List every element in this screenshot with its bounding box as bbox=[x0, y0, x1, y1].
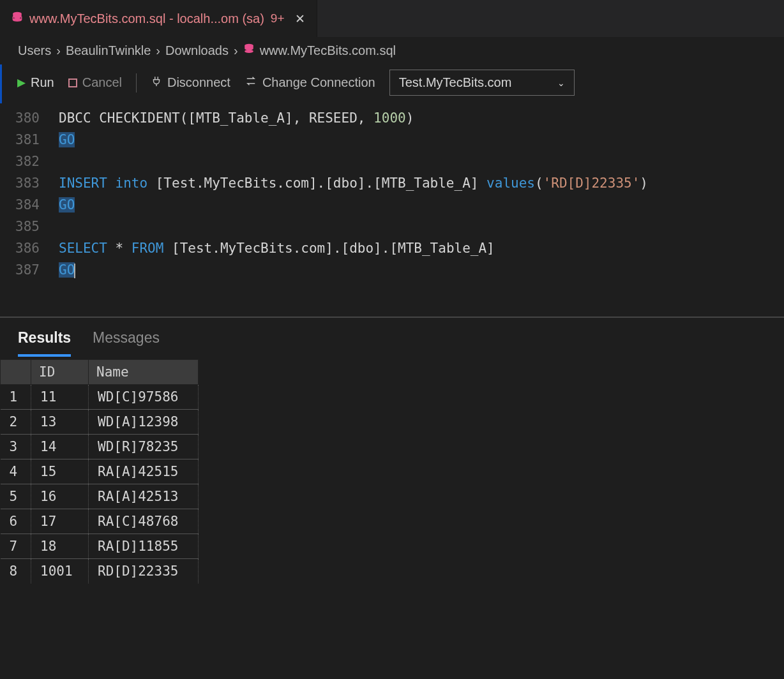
code-line[interactable]: GO bbox=[59, 129, 75, 151]
line-number: 383 bbox=[0, 172, 59, 194]
tab-title: www.MyTecBits.com.sql - localh...om (sa) bbox=[29, 11, 264, 26]
row-number[interactable]: 8 bbox=[1, 559, 31, 584]
line-number: 387 bbox=[0, 259, 59, 281]
breadcrumb: Users › BeaulinTwinkle › Downloads › www… bbox=[0, 37, 784, 64]
database-select[interactable]: Test.MyTecBits.com ⌄ bbox=[389, 70, 575, 96]
cell-id[interactable]: 18 bbox=[31, 534, 89, 559]
line-number: 382 bbox=[0, 151, 59, 172]
cell-name[interactable]: WD[A]12398 bbox=[89, 410, 199, 435]
cell-id[interactable]: 13 bbox=[31, 410, 89, 435]
cell-name[interactable]: RA[C]48768 bbox=[89, 509, 199, 534]
cell-name[interactable]: WD[R]78235 bbox=[89, 435, 199, 459]
cell-name[interactable]: RD[D]22335 bbox=[89, 559, 199, 584]
cell-name[interactable]: RA[A]42513 bbox=[89, 484, 199, 509]
chevron-right-icon: › bbox=[234, 43, 238, 58]
table-row[interactable]: 81001RD[D]22335 bbox=[1, 559, 199, 584]
cell-id[interactable]: 1001 bbox=[31, 559, 89, 584]
breadcrumb-item[interactable]: Downloads bbox=[165, 43, 229, 58]
table-row[interactable]: 111WD[C]97586 bbox=[1, 385, 199, 410]
database-select-value: Test.MyTecBits.com bbox=[399, 75, 512, 90]
cancel-button[interactable]: Cancel bbox=[68, 75, 122, 90]
plug-icon bbox=[151, 75, 162, 90]
cell-id[interactable]: 15 bbox=[31, 459, 89, 484]
table-row[interactable]: 314WD[R]78235 bbox=[1, 435, 199, 459]
breadcrumb-item[interactable]: BeaulinTwinkle bbox=[66, 43, 151, 58]
table-row[interactable]: 718RA[D]11855 bbox=[1, 534, 199, 559]
row-number[interactable]: 4 bbox=[1, 459, 31, 484]
run-button[interactable]: ▶ Run bbox=[17, 75, 54, 90]
swap-icon bbox=[245, 75, 257, 91]
change-connection-button[interactable]: Change Connection bbox=[245, 75, 375, 91]
editor-tab-bar: www.MyTecBits.com.sql - localh...om (sa)… bbox=[0, 0, 784, 37]
cell-id[interactable]: 17 bbox=[31, 509, 89, 534]
line-number: 380 bbox=[0, 107, 59, 129]
svg-point-3 bbox=[245, 50, 253, 53]
disconnect-button[interactable]: Disconnect bbox=[151, 75, 230, 90]
cell-id[interactable]: 16 bbox=[31, 484, 89, 509]
cell-name[interactable]: RA[D]11855 bbox=[89, 534, 199, 559]
play-icon: ▶ bbox=[17, 76, 26, 89]
table-row[interactable]: 516RA[A]42513 bbox=[1, 484, 199, 509]
stop-icon bbox=[68, 78, 77, 87]
line-number: 384 bbox=[0, 194, 59, 216]
results-tab-bar: Results Messages bbox=[0, 318, 784, 357]
code-line[interactable]: GO bbox=[59, 194, 75, 216]
grid-corner[interactable] bbox=[1, 360, 31, 385]
close-icon[interactable]: ✕ bbox=[295, 11, 305, 26]
chevron-right-icon: › bbox=[56, 43, 61, 58]
cell-id[interactable]: 14 bbox=[31, 435, 89, 459]
column-header-id[interactable]: ID bbox=[31, 360, 89, 385]
cell-name[interactable]: RA[A]42515 bbox=[89, 459, 199, 484]
chevron-right-icon: › bbox=[156, 43, 160, 58]
cell-name[interactable]: WD[C]97586 bbox=[89, 385, 199, 410]
tab-results[interactable]: Results bbox=[18, 329, 71, 357]
results-grid[interactable]: ID Name 111WD[C]97586213WD[A]12398314WD[… bbox=[0, 359, 199, 583]
row-number[interactable]: 3 bbox=[1, 435, 31, 459]
line-number: 386 bbox=[0, 237, 59, 259]
chevron-down-icon: ⌄ bbox=[557, 78, 565, 88]
database-icon bbox=[243, 43, 255, 58]
row-number[interactable]: 2 bbox=[1, 410, 31, 435]
row-number[interactable]: 7 bbox=[1, 534, 31, 559]
cursor bbox=[74, 264, 75, 278]
table-row[interactable]: 415RA[A]42515 bbox=[1, 459, 199, 484]
code-line[interactable]: GO bbox=[59, 259, 75, 281]
row-number[interactable]: 5 bbox=[1, 484, 31, 509]
row-number[interactable]: 6 bbox=[1, 509, 31, 534]
svg-point-1 bbox=[13, 17, 22, 20]
database-icon bbox=[11, 11, 23, 26]
cell-id[interactable]: 11 bbox=[31, 385, 89, 410]
code-editor[interactable]: 380 DBCC CHECKIDENT([MTB_Table_A], RESEE… bbox=[0, 103, 784, 317]
sql-toolbar: ▶ Run Cancel Disconnect Change Connectio… bbox=[0, 64, 784, 103]
tab-messages[interactable]: Messages bbox=[93, 329, 160, 357]
divider bbox=[136, 73, 137, 93]
breadcrumb-file[interactable]: www.MyTecBits.com.sql bbox=[260, 43, 396, 58]
code-line[interactable]: SELECT * FROM [Test.MyTecBits.com].[dbo]… bbox=[59, 237, 495, 259]
column-header-name[interactable]: Name bbox=[89, 360, 199, 385]
line-number: 381 bbox=[0, 129, 59, 151]
breadcrumb-item[interactable]: Users bbox=[18, 43, 51, 58]
table-row[interactable]: 213WD[A]12398 bbox=[1, 410, 199, 435]
row-number[interactable]: 1 bbox=[1, 385, 31, 410]
table-row[interactable]: 617RA[C]48768 bbox=[1, 509, 199, 534]
line-number: 385 bbox=[0, 216, 59, 237]
code-line[interactable]: DBCC CHECKIDENT([MTB_Table_A], RESEED, 1… bbox=[59, 107, 414, 129]
code-line[interactable]: INSERT into [Test.MyTecBits.com].[dbo].[… bbox=[59, 172, 648, 194]
editor-tab[interactable]: www.MyTecBits.com.sql - localh...om (sa)… bbox=[0, 0, 317, 37]
tab-badge: 9+ bbox=[271, 11, 285, 26]
